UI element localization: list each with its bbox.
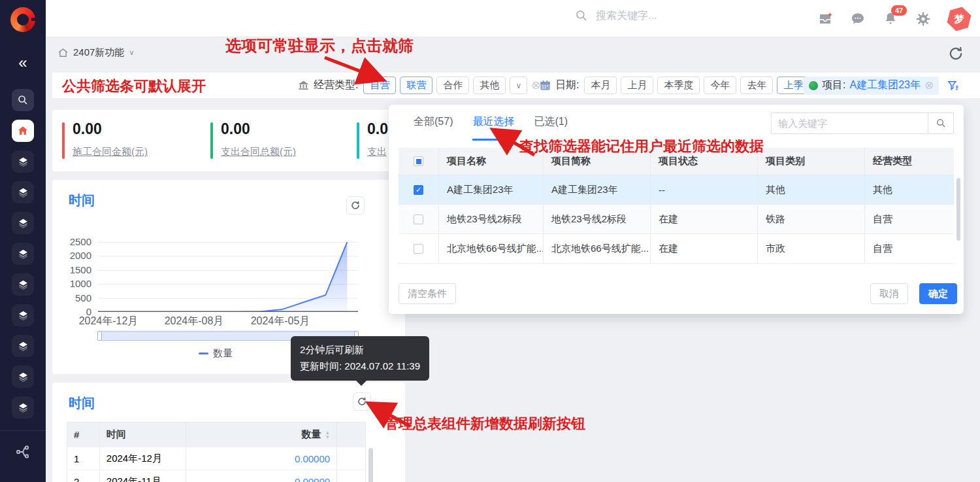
layers-icon <box>18 310 29 321</box>
y-tick: 1500 <box>70 264 91 275</box>
gear-icon <box>915 11 931 27</box>
breadcrumb[interactable]: 2407新功能 ∨ <box>57 46 134 59</box>
sidebar-item-home[interactable] <box>12 120 34 142</box>
cell: 北京地铁66号线扩能... <box>544 234 651 263</box>
chart-x-axis: 2024年-12月2024年-08月2024年-05月 <box>98 315 358 328</box>
messages-button[interactable] <box>849 10 866 27</box>
cell: A建工集团23年 <box>439 175 544 204</box>
x-tick: 2024年-08月 <box>165 315 224 328</box>
project-row-1[interactable]: ✓A建工集团23年A建工集团23年--其他其他 <box>399 175 954 205</box>
qty-value-link[interactable]: 0.00000 <box>186 470 337 482</box>
project-row-3[interactable]: 北京地铁66号线扩能...北京地铁66号线扩能...在建市政自营 <box>399 234 954 264</box>
cell: 市政 <box>758 234 865 263</box>
chat-icon <box>850 11 866 27</box>
sidebar-item-module-1[interactable] <box>12 150 34 173</box>
layers-icon <box>18 341 29 352</box>
sidebar-item-module-5[interactable] <box>12 273 34 296</box>
qty-value-link[interactable]: 0.00000 <box>186 447 337 470</box>
layers-icon <box>18 279 29 290</box>
refresh-icon <box>357 396 367 407</box>
sidebar-item-module-4[interactable] <box>12 243 34 265</box>
biz-chip-3[interactable]: 合作 <box>436 77 469 94</box>
annotation-filter-note: 公共筛选条可默认展开 <box>62 77 206 96</box>
table-card-title: 时间 <box>69 394 95 412</box>
row-checkbox[interactable] <box>414 215 423 224</box>
row-checkbox[interactable] <box>414 244 423 254</box>
table-scrollbar[interactable] <box>368 448 373 482</box>
table-header-row: # 时间 数量 ▲▼ <box>67 422 365 447</box>
notification-badge: 47 <box>891 5 907 16</box>
tooltip-line1: 2分钟后可刷新 <box>300 342 420 358</box>
filter-group-biz-type: 经营类型: 自营联营合作其他 ∨ ⊗ <box>297 73 541 98</box>
home-icon <box>17 125 29 137</box>
biz-more-button[interactable]: ∨ <box>510 77 527 94</box>
search-icon <box>17 94 29 106</box>
date-chip-5[interactable]: 去年 <box>740 77 773 94</box>
date-chip-2[interactable]: 上月 <box>621 77 653 94</box>
user-avatar[interactable]: 梦 <box>945 4 973 34</box>
chart-y-axis: 05001000150020002500 <box>57 242 91 312</box>
panel-search-button[interactable] <box>928 112 954 134</box>
sidebar-item-search[interactable] <box>12 89 34 111</box>
legend-line-icon <box>199 353 208 354</box>
project-label: 项目: <box>822 78 845 92</box>
table-refresh-button[interactable] <box>353 392 371 411</box>
project-row-2[interactable]: 地铁23号线2标段地铁23号线2标段在建铁路自营 <box>399 205 954 234</box>
date-chip-1[interactable]: 本月 <box>584 77 617 94</box>
panel-search-input[interactable] <box>771 112 928 134</box>
panel-tab-1[interactable]: 全部(57) <box>414 115 453 141</box>
sidebar-item-module-6[interactable] <box>12 304 34 326</box>
biz-chip-1[interactable]: 自营 <box>363 77 396 94</box>
inbox-button[interactable] <box>817 10 834 27</box>
tooltip-line2: 更新时间: 2024.07.02 11:39 <box>300 358 420 375</box>
breadcrumb-title: 2407新功能 <box>73 46 124 59</box>
slider-handle-left[interactable] <box>97 331 102 341</box>
stat-label[interactable]: 支出合同总额(元) <box>221 146 296 158</box>
collapse-sidebar-icon[interactable]: « <box>18 55 27 71</box>
chart-refresh-button[interactable] <box>346 196 365 215</box>
project-col-4: 项目类别 <box>758 148 865 175</box>
sidebar-item-module-2[interactable] <box>12 181 34 203</box>
global-search-input[interactable] <box>596 10 740 22</box>
panel-scrollbar[interactable] <box>956 178 960 241</box>
date-chip-3[interactable]: 本季度 <box>657 77 700 94</box>
date-chip-4[interactable]: 今年 <box>704 77 736 94</box>
cell: 其他 <box>758 175 865 204</box>
cancel-button[interactable]: 取消 <box>870 283 908 304</box>
circle-x-icon[interactable]: ⊗ <box>924 80 934 91</box>
cell: 铁路 <box>758 205 865 233</box>
sidebar-item-module-8[interactable] <box>12 366 34 388</box>
table-row-2[interactable]: 22024年-11月0.00000 <box>67 470 365 482</box>
biz-chip-4[interactable]: 其他 <box>473 77 506 94</box>
stat-label[interactable]: 支出 <box>367 146 388 158</box>
stat-value: 0.00 <box>73 120 148 138</box>
cell: 自营 <box>865 234 954 263</box>
stats-card: 0.00施工合同金额(元)0.00支出合同总额(元)0.0支出 <box>52 110 408 171</box>
sidebar-item-module-7[interactable] <box>12 335 34 357</box>
biz-chip-2[interactable]: 联营 <box>400 77 433 94</box>
calendar-icon <box>539 79 551 92</box>
settings-button[interactable] <box>915 10 932 27</box>
search-icon <box>936 118 947 129</box>
sidebar-item-module-3[interactable] <box>12 212 34 234</box>
select-all-checkbox[interactable] <box>414 156 423 166</box>
chart-legend[interactable]: 数量 <box>199 347 233 360</box>
panel-tab-2[interactable]: 最近选择 <box>472 115 514 141</box>
notifications-button[interactable]: 47 <box>882 10 899 27</box>
sort-icon[interactable]: ▲▼ <box>325 430 330 439</box>
top-header: 47 梦 <box>46 0 980 37</box>
table-row-1[interactable]: 12024年-12月0.00000 <box>67 447 365 470</box>
sidebar-item-module-9[interactable] <box>12 396 34 419</box>
stat-label[interactable]: 施工合同金额(元) <box>73 146 148 158</box>
stat-color-bar <box>357 122 359 159</box>
row-checkbox[interactable]: ✓ <box>414 185 423 195</box>
clear-conditions-button[interactable]: 清空条件 <box>399 283 456 304</box>
app-logo-icon <box>10 7 35 32</box>
confirm-button[interactable]: 确定 <box>919 283 957 304</box>
annotation-1: 选项可常驻显示，点击就筛 <box>225 35 414 56</box>
page-refresh-button[interactable] <box>947 45 964 62</box>
sidebar-item-flow[interactable] <box>15 444 31 462</box>
project-filter-chip[interactable]: 项目: A建工集团23年 ⊗ <box>804 77 939 95</box>
funnel-icon[interactable] <box>947 79 960 92</box>
filter-group-project: 项目: A建工集团23年 ⊗ <box>804 73 960 98</box>
